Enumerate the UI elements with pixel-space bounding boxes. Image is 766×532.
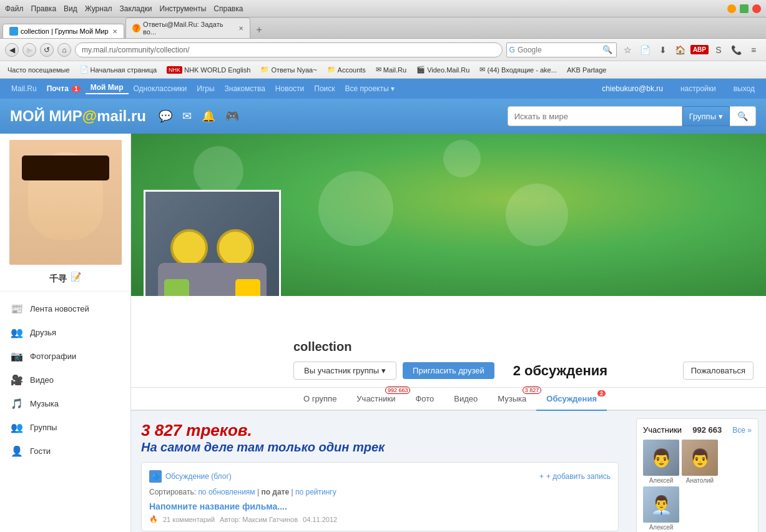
browser-addressbar: ◀ ▶ ↺ ⌂ my.mail.ru/community/collection/… <box>0 39 766 61</box>
menu-bookmarks[interactable]: Закладки <box>120 4 152 13</box>
extensions-icon[interactable]: S <box>711 42 726 57</box>
game-icon[interactable]: 🎮 <box>225 109 239 123</box>
back-button[interactable]: ◀ <box>5 43 19 57</box>
post-title[interactable]: Напомните название фильма.... <box>149 501 611 511</box>
user-email[interactable]: chiebukuro@bk.ru <box>597 84 668 93</box>
abp-icon[interactable]: АВР <box>690 45 709 54</box>
member-button[interactable]: Вы участник группы ▾ <box>293 362 396 380</box>
member-avatar-2[interactable]: 👨 <box>682 440 718 476</box>
download-icon[interactable]: ⬇ <box>656 42 670 57</box>
blog-type-label[interactable]: Обсуждение (блог) <box>165 472 232 481</box>
bookmark-nhk[interactable]: NHK NHK WORLD English <box>164 65 253 75</box>
nav-znakomstva[interactable]: Знакомства <box>220 84 270 93</box>
invite-button[interactable]: Пригласить друзей <box>403 362 494 379</box>
annotation-one-track: На самом деле там только один трек <box>141 440 619 455</box>
home-icon[interactable]: 🏠 <box>673 42 688 57</box>
bookmark-nhk-label: NHK WORLD English <box>184 66 250 74</box>
bookmark-icon[interactable]: 📄 <box>638 42 653 57</box>
nav-moy-mir[interactable]: Мой Мир <box>86 83 129 94</box>
sidebar-item-news[interactable]: 📰 Лента новостей <box>0 297 130 320</box>
menu-journal[interactable]: Журнал <box>85 4 112 13</box>
bookmark-inbox[interactable]: ✉ (44) Входящие - ake... <box>477 64 559 75</box>
tab-icon-collection: 🌐 <box>9 27 18 36</box>
sidebar-item-friends[interactable]: 👥 Друзья <box>0 320 130 344</box>
sort-date[interactable]: по дате <box>261 488 289 496</box>
sidebar-item-groups[interactable]: 👥 Группы <box>0 415 130 439</box>
header-search-button[interactable]: 🔍 <box>730 106 756 126</box>
tab-members[interactable]: Участники 992 663 <box>346 388 405 411</box>
sidebar-item-photos[interactable]: 📷 Фотографии <box>0 344 130 368</box>
sidebar-item-guests[interactable]: 👤 Гости <box>0 439 130 463</box>
nav-poisk[interactable]: Поиск <box>309 84 340 93</box>
folder-icon-accounts: 📁 <box>327 66 336 74</box>
edit-profile-icon[interactable]: 📝 <box>71 272 81 282</box>
nav-pochta[interactable]: Почта 1 <box>42 84 86 93</box>
blog-post-card: 🔷 Обсуждение (блог) + + добавить запись … <box>141 462 619 531</box>
bookmark-video[interactable]: 🎬 Video.Mail.Ru <box>414 64 472 75</box>
member-name-1: Алексей <box>643 477 679 484</box>
nav-novosti[interactable]: Новости <box>270 84 309 93</box>
tab-answers[interactable]: ❓ Ответы@Mail.Ru: Задать во... ✕ <box>125 17 250 38</box>
tab-photos[interactable]: Фото <box>405 388 444 411</box>
forward-button[interactable]: ▶ <box>22 43 36 57</box>
menu-edit[interactable]: Правка <box>31 4 57 13</box>
settings-link[interactable]: настройки <box>675 84 721 93</box>
menu-view[interactable]: Вид <box>64 4 77 13</box>
bookmark-answers[interactable]: 📁 Ответы Nyaa~ <box>258 64 319 75</box>
reload-button[interactable]: ↺ <box>40 43 54 57</box>
header-search-input[interactable] <box>508 106 682 126</box>
group-cover <box>131 134 766 296</box>
search-category-dropdown[interactable]: Группы ▾ <box>682 106 730 126</box>
member-avatar-3[interactable]: 👨‍💼 <box>643 486 679 523</box>
search-input[interactable] <box>518 46 599 54</box>
search-button[interactable]: 🔍 <box>599 45 616 54</box>
maximize-button[interactable] <box>740 4 749 13</box>
member-avatar-1[interactable]: 👨 <box>643 440 679 476</box>
bokeh-2 <box>318 171 393 246</box>
complaint-button[interactable]: Пожаловаться <box>683 362 754 380</box>
message-icon[interactable]: ✉ <box>182 109 192 123</box>
bookmark-mailru[interactable]: ✉ Mail.Ru <box>373 64 409 75</box>
photos-icon: 📷 <box>10 349 24 363</box>
tab-about[interactable]: О группе <box>293 388 346 411</box>
tab-collection[interactable]: 🌐 collection | Группы Мой Мир ✕ <box>2 24 124 38</box>
bokeh-4 <box>506 184 568 246</box>
add-post-button[interactable]: + + добавить запись <box>539 472 611 481</box>
notification-icon[interactable]: 🔔 <box>202 109 215 123</box>
bookmark-home[interactable]: 📄 Начальная страница <box>77 64 159 75</box>
nav-igry[interactable]: Игры <box>192 84 219 93</box>
menu-file[interactable]: Файл <box>5 4 24 13</box>
member-name-2: Анатолий <box>682 477 718 484</box>
tab-close-answers[interactable]: ✕ <box>238 25 243 32</box>
tab-music[interactable]: Музыка 3 827 <box>488 388 536 411</box>
sidebar-item-video[interactable]: 🎥 Видео <box>0 368 130 392</box>
menu-tools[interactable]: Инструменты <box>160 4 207 13</box>
logout-link[interactable]: выход <box>729 84 760 93</box>
tab-video[interactable]: Видео <box>444 388 488 411</box>
menu-help[interactable]: Справка <box>214 4 243 13</box>
url-bar[interactable]: my.mail.ru/community/collection/ <box>75 42 503 57</box>
tab-discussions[interactable]: Обсуждения 2 <box>536 388 607 411</box>
bookmark-akb[interactable]: AKB Partage <box>564 65 609 75</box>
discussions-badge: 2 <box>597 390 606 397</box>
bookmark-inbox-label: (44) Входящие - ake... <box>487 66 556 74</box>
sidebar-item-music[interactable]: 🎵 Музыка <box>0 392 130 415</box>
members-all-link[interactable]: Все » <box>732 426 752 435</box>
close-button[interactable] <box>752 4 761 13</box>
nav-mailru[interactable]: Mail.Ru <box>6 84 42 93</box>
bookmark-accounts[interactable]: 📁 Accounts <box>325 64 368 75</box>
new-tab-button[interactable]: + <box>252 22 267 38</box>
menu-icon[interactable]: ≡ <box>746 42 761 57</box>
phone-icon[interactable]: 📞 <box>729 42 744 57</box>
nav-odnoklassniki[interactable]: Одноклассники <box>129 84 192 93</box>
sort-updates[interactable]: по обновлениям <box>198 488 255 496</box>
tab-close-collection[interactable]: ✕ <box>112 28 117 35</box>
chat-icon[interactable]: 💬 <box>159 109 172 123</box>
bookmark-frequently-visited[interactable]: Часто посещаемые <box>5 65 72 75</box>
minimize-button[interactable] <box>727 4 736 13</box>
nav-all-projects[interactable]: Все проекты ▾ <box>340 84 400 93</box>
star-icon[interactable]: ☆ <box>621 42 636 57</box>
sort-rating[interactable]: по рейтингу <box>295 488 336 496</box>
home-button[interactable]: ⌂ <box>57 43 71 57</box>
tab-photos-label: Фото <box>415 394 434 403</box>
